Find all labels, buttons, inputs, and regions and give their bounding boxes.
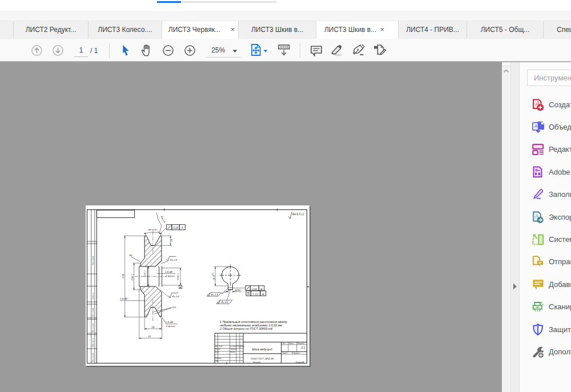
svg-text:Н.контр.: Н.контр. <box>215 357 222 359</box>
svg-text:∅32.7: ∅32.7 <box>131 273 134 281</box>
svg-text:Ra 3,2: Ra 3,2 <box>172 295 180 298</box>
svg-text:Копировал: Копировал <box>253 361 260 363</box>
svg-text:4JS9: 4JS9 <box>235 289 241 292</box>
svg-text:R2: R2 <box>130 254 133 257</box>
svg-text:Дата: Дата <box>240 345 244 347</box>
svg-text:10: 10 <box>170 239 173 242</box>
svg-text:2 фаски: 2 фаски <box>165 274 175 277</box>
svg-text:2:1: 2:1 <box>301 346 305 349</box>
svg-text:Ra 1,6: Ra 1,6 <box>160 216 167 224</box>
svg-text:r0,5: r0,5 <box>172 306 176 309</box>
svg-text:A: A <box>260 288 263 290</box>
svg-text:T 0,2: T 0,2 <box>252 293 259 296</box>
svg-text:1,6×45°: 1,6×45° <box>166 321 174 324</box>
svg-text:Листов 1: Листов 1 <box>293 352 300 354</box>
svg-text:Инв. № подл.: Инв. № подл. <box>92 353 94 362</box>
svg-text:Ra 1,6: Ra 1,6 <box>211 293 219 296</box>
svg-text:∅12.1: ∅12.1 <box>143 270 146 277</box>
svg-text:Взам. инв. №: Взам. инв. № <box>92 338 94 347</box>
svg-text:Ra 1,6: Ra 1,6 <box>170 258 178 261</box>
svg-text:Шкив ведущий: Шкив ведущий <box>252 347 272 351</box>
svg-text:21: 21 <box>148 335 151 338</box>
svg-text:1,6×45°: 1,6×45° <box>165 270 174 273</box>
svg-text:0,16: 0,16 <box>173 227 178 229</box>
svg-text:∅36: ∅36 <box>122 273 124 278</box>
svg-text:A: A <box>181 227 183 229</box>
svg-text:Смирнов: Смирнов <box>230 348 236 350</box>
svg-text:Подп. и дата: Подп. и дата <box>92 308 94 317</box>
svg-text:Утв.: Утв. <box>215 360 219 362</box>
svg-text:Лит.: Лит. <box>282 342 286 345</box>
svg-text:1,6×45°: 1,6×45° <box>120 297 128 300</box>
svg-text:A: A <box>262 293 264 296</box>
svg-text:Инв. № дубл.: Инв. № дубл. <box>92 323 94 332</box>
svg-text:16: 16 <box>152 326 155 329</box>
svg-text:Ra 3,2: Ra 3,2 <box>222 301 229 304</box>
svg-text:СЧ20 ГОСТ 1412-85: СЧ20 ГОСТ 1412-85 <box>251 357 274 360</box>
svg-text:2 фаски: 2 фаски <box>166 325 175 328</box>
svg-text:∅16.1: ∅16.1 <box>176 273 179 280</box>
svg-text:Иванов: Иванов <box>230 351 235 353</box>
svg-text:№ докум.: № докум. <box>230 345 237 347</box>
svg-text:Перв. примен.: Перв. примен. <box>92 255 94 265</box>
svg-text:Изм: Изм <box>215 345 218 347</box>
svg-text:Лист 1: Лист 1 <box>282 352 288 354</box>
svg-text:18,9+0,1: 18,9+0,1 <box>212 272 215 280</box>
svg-text:2 Общие допуски по ГОСТ 30893-: 2 Общие допуски по ГОСТ 30893-mК <box>219 327 273 330</box>
svg-text:Справ. №: Справ. № <box>92 293 94 300</box>
svg-text:Пров.: Пров. <box>215 351 219 353</box>
svg-text:35°±0,5°: 35°±0,5° <box>148 228 157 231</box>
svg-text:Масса: Масса <box>289 342 294 345</box>
svg-text:Разраб.: Разраб. <box>215 348 221 350</box>
svg-text:0,16: 0,16 <box>252 288 258 290</box>
svg-text:Лист: Лист <box>218 345 223 347</box>
svg-text:Масштаб: Масштаб <box>297 342 305 345</box>
svg-text:Формат А4: Формат А4 <box>296 361 304 363</box>
svg-text:A: A <box>179 286 182 289</box>
svg-text:Ra 6,3 (√): Ra 6,3 (√) <box>292 213 304 216</box>
